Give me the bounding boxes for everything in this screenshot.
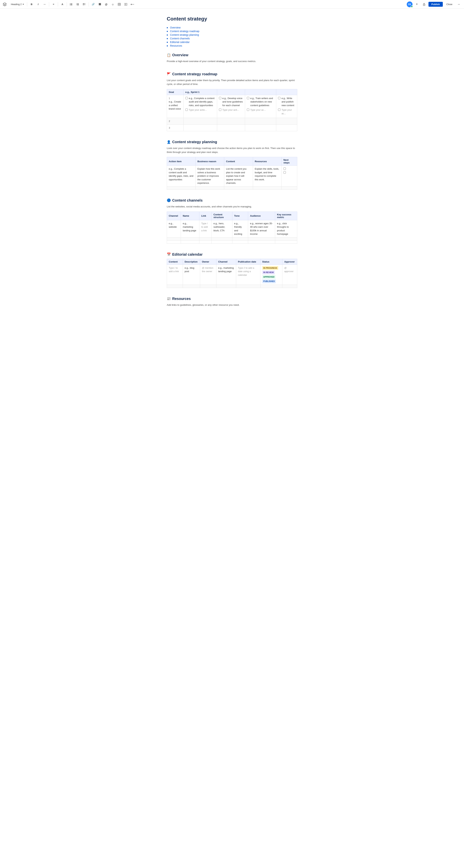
roadmap-row2-sprint3[interactable]	[245, 118, 276, 125]
task-checkbox[interactable]	[284, 167, 286, 170]
avatar[interactable]: CK	[407, 1, 412, 7]
channels-row1-audience[interactable]: e.g., women ages 35-49 who earn over $10…	[248, 220, 275, 237]
calendar-row2-owner[interactable]	[200, 285, 216, 288]
planning-row2-action[interactable]	[167, 186, 196, 189]
status-badge-approved[interactable]: APPROVED	[262, 275, 276, 279]
align-button[interactable]: ≡	[51, 1, 56, 7]
toc-item-roadmap[interactable]: Content strategy roadmap	[167, 30, 297, 33]
toc-item-calendar[interactable]: Editorial calendar	[167, 41, 297, 43]
task-checkbox[interactable]	[219, 97, 221, 99]
task-checkbox[interactable]	[219, 108, 221, 111]
status-badge-inreview[interactable]: IN REVIEW	[262, 271, 275, 274]
channels-description[interactable]: List the websites, social media accounts…	[167, 205, 297, 209]
channels-row3-audience[interactable]	[248, 240, 275, 244]
calendar-row2-channel[interactable]	[216, 285, 236, 288]
channels-row2-link[interactable]	[199, 237, 211, 240]
toc-link-calendar[interactable]: Editorial calendar	[170, 41, 190, 43]
roadmap-row3-sprint1[interactable]	[184, 124, 217, 131]
table-button[interactable]	[117, 1, 122, 7]
channels-row1-name[interactable]: e.g., marketing landing page	[181, 220, 199, 237]
roadmap-row2-num[interactable]: 2	[167, 118, 184, 125]
toc-item-planning[interactable]: Content strategy planning	[167, 33, 297, 36]
planning-row1-resources[interactable]: Explain the skills, tools, budget, and t…	[253, 166, 281, 187]
planning-row2-business[interactable]	[196, 186, 224, 189]
channels-row3-tone[interactable]	[232, 240, 248, 244]
channels-row1-channel[interactable]: e.g., website	[167, 220, 181, 237]
toc-link-channels[interactable]: Content channels	[170, 37, 190, 40]
task-checkbox[interactable]	[247, 97, 249, 99]
roadmap-row1-sprint3[interactable]: e.g., Train writers and stakeholders on …	[245, 95, 276, 118]
toc-link-resources[interactable]: Resources	[170, 44, 182, 47]
calendar-row1-status[interactable]: IN PROGRESS IN REVIEW APPROVED PUBLISHED	[260, 265, 283, 285]
roadmap-row3-num[interactable]: 3	[167, 124, 184, 131]
lock-button[interactable]	[421, 1, 427, 7]
roadmap-description[interactable]: List your content goals and order them b…	[167, 79, 297, 86]
link-button[interactable]: 🔗	[90, 1, 96, 7]
doc-title[interactable]: Content strategy	[167, 16, 297, 22]
emoji-button[interactable]: ☺	[110, 1, 115, 7]
calendar-row1-content[interactable]: Type / to add a link	[167, 265, 183, 285]
toc-link-planning[interactable]: Content strategy planning	[170, 33, 199, 36]
channels-row1-link[interactable]: Type / to add a link	[199, 220, 211, 237]
planning-description[interactable]: Look over your content strategy roadmap …	[167, 146, 297, 154]
planning-row1-action[interactable]: e.g., Complete a content audit and ident…	[167, 166, 196, 187]
planning-row2-next[interactable]	[281, 186, 297, 189]
channels-row1-tone[interactable]: e.g., friendly and exciting	[232, 220, 248, 237]
roadmap-row3-sprint3[interactable]	[245, 124, 276, 131]
calendar-row1-description[interactable]: e.g., blog post	[183, 265, 200, 285]
calendar-row2-pubdate[interactable]	[236, 285, 260, 288]
roadmap-row2-sprint1[interactable]	[184, 118, 217, 125]
task-checkbox[interactable]	[278, 108, 280, 111]
channels-row3-name[interactable]	[181, 240, 199, 244]
task-checkbox[interactable]	[247, 108, 249, 111]
more-options-button[interactable]: ···	[456, 1, 462, 7]
calendar-row2-description[interactable]	[183, 285, 200, 288]
roadmap-row1-goal[interactable]: e.g., Create a unified brand voice	[169, 100, 181, 110]
calendar-row1-channel[interactable]: e.g., marketing landing page	[216, 265, 236, 285]
image-button[interactable]: 🖼	[97, 1, 103, 7]
channels-row2-channel[interactable]	[167, 237, 181, 240]
planning-row1-business[interactable]: Explain how this work solves a business …	[196, 166, 224, 187]
channels-row1-metric[interactable]: e.g., click throughs to product homepage	[275, 220, 297, 237]
toc-item-overview[interactable]: Overview	[167, 26, 297, 29]
mention-button[interactable]: @	[103, 1, 109, 7]
channels-row3-structure[interactable]	[211, 240, 232, 244]
toc-item-resources[interactable]: Resources	[167, 44, 297, 47]
calendar-row2-status[interactable]	[260, 285, 283, 288]
bold-button[interactable]: B	[29, 1, 34, 7]
text-color-button[interactable]: A	[60, 1, 65, 7]
roadmap-row1-sprint2[interactable]: e.g., Develop voice and tone guidelines …	[217, 95, 245, 118]
add-collaborator-button[interactable]: +	[414, 1, 420, 7]
resources-description[interactable]: Add links to guidelines, glossaries, or …	[167, 303, 297, 307]
bullet-list-button[interactable]	[68, 1, 74, 7]
channels-row2-tone[interactable]	[232, 237, 248, 240]
roadmap-row3-sprint2[interactable]	[217, 124, 245, 131]
toc-item-channels[interactable]: Content channels	[167, 37, 297, 40]
channels-row3-channel[interactable]	[167, 240, 181, 244]
channels-row3-metric[interactable]	[275, 240, 297, 244]
roadmap-row3-sprint4[interactable]	[276, 124, 297, 131]
toc-link-roadmap[interactable]: Content strategy roadmap	[170, 30, 199, 33]
channels-row2-structure[interactable]	[211, 237, 232, 240]
planning-row1-content[interactable]: List the content you plan to create and …	[224, 166, 253, 187]
task-list-button[interactable]	[81, 1, 87, 7]
task-checkbox[interactable]	[278, 97, 280, 99]
planning-row2-resources[interactable]	[253, 186, 281, 189]
close-button[interactable]: Close	[444, 2, 455, 7]
calendar-row2-approver[interactable]	[283, 285, 297, 288]
heading-style-select[interactable]: Heading 2 ▼	[9, 2, 26, 6]
italic-button[interactable]: I	[35, 1, 41, 7]
roadmap-row2-sprint4[interactable]	[276, 118, 297, 125]
channels-row3-link[interactable]	[199, 240, 211, 244]
status-badge-published[interactable]: PUBLISHED	[262, 279, 276, 283]
channels-row2-audience[interactable]	[248, 237, 275, 240]
more-format-button[interactable]: ···	[42, 1, 47, 7]
calendar-row1-approver[interactable]: @ approver	[283, 265, 297, 285]
columns-button[interactable]	[123, 1, 129, 7]
channels-row2-metric[interactable]	[275, 237, 297, 240]
channels-row1-structure[interactable]: e.g., hero, subheader, blurb, CTA	[211, 220, 232, 237]
insert-more-button[interactable]: +···	[129, 1, 135, 7]
calendar-row2-content[interactable]	[167, 285, 183, 288]
roadmap-row2-sprint2[interactable]	[217, 118, 245, 125]
toc-link-overview[interactable]: Overview	[170, 26, 180, 29]
